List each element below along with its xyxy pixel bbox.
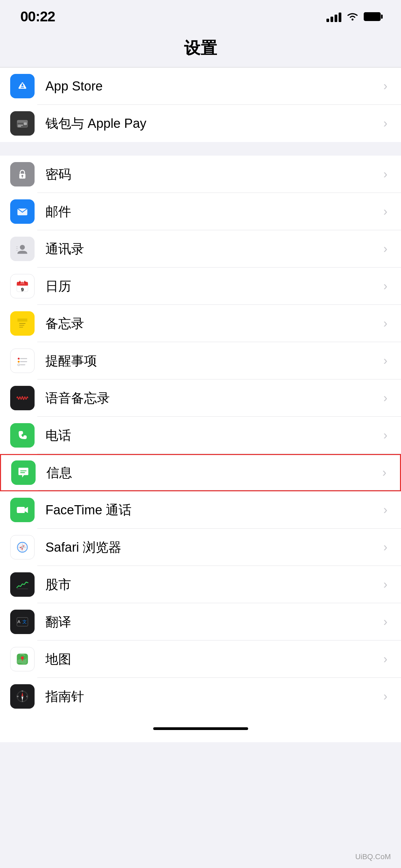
notes-label: 备忘录 xyxy=(45,315,380,332)
svg-point-31 xyxy=(18,364,19,366)
status-bar: 00:22 xyxy=(0,0,401,31)
appstore-chevron: › xyxy=(383,79,387,93)
settings-item-reminders[interactable]: 提醒事项 › xyxy=(0,342,401,379)
facetime-chevron: › xyxy=(383,503,387,517)
messages-icon xyxy=(11,460,36,485)
svg-rect-3 xyxy=(17,120,28,123)
svg-point-0 xyxy=(352,19,354,21)
svg-point-8 xyxy=(21,175,23,177)
settings-item-safari[interactable]: Safari 浏览器 › xyxy=(0,529,401,566)
settings-item-mail[interactable]: 邮件 › xyxy=(0,193,401,230)
translate-label: 翻译 xyxy=(45,613,380,631)
safari-label: Safari 浏览器 xyxy=(45,539,380,556)
status-time: 00:22 xyxy=(20,8,55,25)
svg-rect-12 xyxy=(16,246,18,247)
svg-text:S: S xyxy=(22,700,23,702)
svg-rect-23 xyxy=(17,318,27,321)
page-title: 设置 xyxy=(0,37,401,59)
compass-label: 指南针 xyxy=(45,688,380,705)
maps-chevron: › xyxy=(383,652,387,666)
wallet-label: 钱包与 Apple Pay xyxy=(45,115,380,132)
reminders-chevron: › xyxy=(383,354,387,368)
status-icons xyxy=(326,11,381,22)
settings-item-passwords[interactable]: 密码 › xyxy=(0,156,401,193)
svg-point-11 xyxy=(20,245,25,250)
svg-text:N: N xyxy=(22,690,23,692)
watermark: UiBQ.CoM xyxy=(355,852,391,861)
calendar-icon: 9 日历 xyxy=(10,274,35,298)
home-indicator-area xyxy=(0,715,401,742)
voicememo-chevron: › xyxy=(383,391,387,405)
passwords-icon xyxy=(10,162,35,186)
safari-icon xyxy=(10,535,35,559)
reminders-icon xyxy=(10,349,35,373)
battery-icon xyxy=(364,12,381,21)
settings-item-maps[interactable]: 地图 › xyxy=(0,640,401,678)
settings-item-appstore[interactable]: A App Store › xyxy=(0,67,401,105)
translate-icon: A 文 xyxy=(10,610,35,634)
page-title-bar: 设置 xyxy=(0,31,401,67)
settings-item-voicememo[interactable]: 语音备忘录 › xyxy=(0,379,401,417)
settings-item-facetime[interactable]: FaceTime 通话 › xyxy=(0,491,401,529)
svg-text:W: W xyxy=(17,695,19,697)
contacts-icon xyxy=(10,237,35,261)
svg-rect-5 xyxy=(18,125,23,126)
calendar-label: 日历 xyxy=(45,278,380,295)
contacts-label: 通讯录 xyxy=(45,240,380,258)
stocks-label: 股市 xyxy=(45,576,380,593)
svg-rect-14 xyxy=(16,250,18,251)
passwords-label: 密码 xyxy=(45,166,380,183)
settings-item-calendar[interactable]: 9 日历 日历 › xyxy=(0,268,401,305)
svg-text:A: A xyxy=(17,619,20,624)
svg-text:日历: 日历 xyxy=(20,281,25,284)
svg-rect-13 xyxy=(16,248,18,249)
svg-text:9: 9 xyxy=(21,287,24,292)
home-indicator xyxy=(153,727,248,730)
calendar-chevron: › xyxy=(383,279,387,293)
svg-rect-6 xyxy=(18,126,21,127)
phone-chevron: › xyxy=(383,428,387,442)
svg-text:E: E xyxy=(26,695,28,697)
settings-item-wallet[interactable]: 钱包与 Apple Pay › xyxy=(0,105,401,142)
voicememo-icon xyxy=(10,386,35,410)
translate-chevron: › xyxy=(383,615,387,629)
settings-item-notes[interactable]: 备忘录 › xyxy=(0,305,401,342)
messages-chevron: › xyxy=(382,466,386,480)
maps-icon xyxy=(10,647,35,671)
mail-chevron: › xyxy=(383,204,387,219)
notes-chevron: › xyxy=(383,316,387,331)
svg-rect-4 xyxy=(24,122,27,125)
reminders-label: 提醒事项 xyxy=(45,352,380,370)
settings-item-compass[interactable]: N S W E 指南针 › xyxy=(0,678,401,715)
contacts-chevron: › xyxy=(383,242,387,256)
settings-item-phone[interactable]: 电话 › xyxy=(0,417,401,454)
svg-text:文: 文 xyxy=(22,619,27,624)
notes-icon xyxy=(10,311,35,336)
mail-icon xyxy=(10,199,35,224)
settings-item-messages[interactable]: 信息 › xyxy=(0,454,401,491)
signal-icon xyxy=(326,11,341,22)
compass-chevron: › xyxy=(383,689,387,704)
svg-point-29 xyxy=(18,361,19,362)
passwords-chevron: › xyxy=(383,167,387,181)
facetime-icon xyxy=(10,498,35,522)
settings-item-stocks[interactable]: 股市 › xyxy=(0,566,401,603)
stocks-chevron: › xyxy=(383,577,387,592)
section-top-apps: A App Store › 钱包与 Apple Pay › xyxy=(0,67,401,142)
wallet-icon xyxy=(10,111,35,136)
section-gap-1 xyxy=(0,142,401,156)
stocks-icon xyxy=(10,572,35,597)
svg-point-27 xyxy=(18,358,19,359)
appstore-label: App Store xyxy=(45,79,380,94)
settings-item-translate[interactable]: A 文 翻译 › xyxy=(0,603,401,640)
voicememo-label: 语音备忘录 xyxy=(45,390,380,407)
appstore-icon: A xyxy=(10,74,35,98)
wifi-icon xyxy=(346,12,359,21)
settings-item-contacts[interactable]: 通讯录 › xyxy=(0,230,401,268)
messages-label: 信息 xyxy=(46,464,379,481)
facetime-label: FaceTime 通话 xyxy=(45,501,380,519)
svg-rect-17 xyxy=(17,284,28,286)
mail-label: 邮件 xyxy=(45,203,380,220)
wallet-chevron: › xyxy=(383,116,387,131)
compass-icon: N S W E xyxy=(10,684,35,709)
